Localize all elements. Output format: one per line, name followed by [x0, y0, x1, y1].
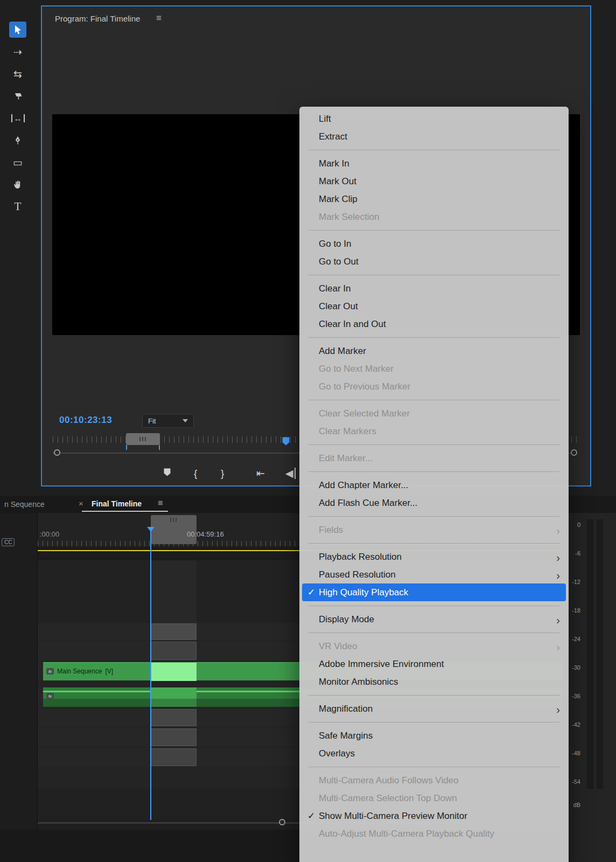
- clip-a2[interactable]: [151, 709, 197, 726]
- go-to-in-button[interactable]: ⇤: [256, 467, 265, 481]
- menu-item-lift[interactable]: Lift: [299, 110, 569, 128]
- hand-tool[interactable]: [9, 176, 26, 192]
- timeline-panel-menu-icon[interactable]: ≡: [158, 498, 163, 508]
- menu-item-label: High Quality Playback: [319, 587, 408, 597]
- slip-tool[interactable]: ↔: [9, 110, 26, 126]
- step-back-button[interactable]: ◀: [285, 467, 296, 481]
- chevron-down-icon: [183, 419, 188, 422]
- menu-item-show-multi-camera-preview-monitor[interactable]: ✓Show Multi-Camera Preview Monitor: [299, 807, 569, 825]
- menu-item-go-to-in[interactable]: Go to In: [299, 235, 569, 253]
- menu-item-overlays[interactable]: Overlays: [299, 745, 569, 762]
- menu-item-safe-margins[interactable]: Safe Margins: [299, 727, 569, 745]
- menu-separator: [309, 337, 559, 338]
- timeline-scroll-handle[interactable]: [279, 819, 285, 825]
- mark-out-button[interactable]: }: [221, 467, 224, 481]
- menu-item-mark-out[interactable]: Mark Out: [299, 172, 569, 190]
- razor-tool[interactable]: [9, 88, 26, 104]
- panel-menu-icon[interactable]: ≡: [156, 13, 162, 24]
- rectangle-tool[interactable]: ▭: [9, 154, 26, 170]
- menu-item-label: Multi-Camera Audio Follows Video: [319, 775, 459, 785]
- mark-in-icon: {: [194, 468, 197, 479]
- clip-v2[interactable]: [151, 642, 197, 660]
- menu-item-clear-out[interactable]: Clear Out: [299, 297, 569, 315]
- menu-item-fields: Fields›: [299, 521, 569, 539]
- menu-item-high-quality-playback[interactable]: ✓High Quality Playback: [302, 583, 566, 601]
- clip-v3[interactable]: [151, 623, 197, 640]
- timeline-scroll-thumb[interactable]: [151, 515, 197, 544]
- menu-separator: [309, 400, 559, 400]
- close-tab-icon[interactable]: ×: [79, 499, 83, 508]
- mark-in-button[interactable]: {: [194, 467, 197, 481]
- menu-item-add-chapter-marker[interactable]: Add Chapter Marker...: [299, 476, 569, 494]
- submenu-arrow-icon: ›: [556, 548, 560, 566]
- audio-meter-panel: 0-6-12-18-24-30-36-42-48-54dB: [562, 513, 616, 862]
- menu-item-label: Playback Resolution: [319, 552, 402, 562]
- fx-badge[interactable]: fx: [46, 668, 54, 675]
- playhead-position-label: 00:04:59:16: [187, 530, 224, 538]
- clip-a4[interactable]: [151, 748, 197, 766]
- menu-item-magnification[interactable]: Magnification›: [299, 700, 569, 718]
- track-select-forward-tool[interactable]: ⇢: [9, 44, 26, 60]
- menu-item-label: Go to In: [319, 239, 351, 249]
- razor-icon: [13, 92, 23, 100]
- fx-badge[interactable]: fx: [46, 693, 54, 699]
- checkmark-icon: ✓: [305, 583, 317, 601]
- menu-separator: [309, 444, 559, 445]
- zoom-level-select[interactable]: Fit: [142, 414, 194, 428]
- tools-panel: ⇢ ⇆ ↔ ▭ T: [6, 22, 29, 214]
- menu-item-mark-clip[interactable]: Mark Clip: [299, 190, 569, 208]
- menu-item-label: Clear In and Out: [319, 319, 386, 329]
- clip-a3[interactable]: [151, 728, 197, 746]
- menu-item-label: Extract: [319, 131, 347, 142]
- mark-out-icon: }: [221, 468, 224, 479]
- tab-main-sequence[interactable]: n Sequence: [4, 500, 45, 509]
- menu-item-extract[interactable]: Extract: [299, 128, 569, 145]
- checkmark-icon: ✓: [305, 807, 317, 825]
- go-to-in-icon: ⇤: [256, 468, 265, 479]
- menu-item-adobe-immersive-environment[interactable]: Adobe Immersive Environment: [299, 655, 569, 673]
- slip-icon: ↔: [11, 114, 25, 122]
- menu-item-label: Clear Selected Marker: [319, 408, 410, 419]
- add-marker-button[interactable]: [163, 467, 171, 481]
- menu-item-clear-markers: Clear Markers: [299, 422, 569, 440]
- menu-item-label: Clear Out: [319, 301, 358, 311]
- menu-item-monitor-ambisonics[interactable]: Monitor Ambisonics: [299, 673, 569, 691]
- menu-item-label: Overlays: [319, 748, 355, 759]
- type-tool[interactable]: T: [9, 198, 26, 214]
- menu-item-mark-in[interactable]: Mark In: [299, 155, 569, 172]
- menu-item-add-marker[interactable]: Add Marker: [299, 342, 569, 360]
- menu-item-edit-marker: Edit Marker...: [299, 449, 569, 467]
- menu-item-clear-in[interactable]: Clear In: [299, 280, 569, 297]
- caption-track-badge[interactable]: CC: [2, 538, 15, 546]
- scrubber-thumb[interactable]: [126, 433, 160, 445]
- menu-separator: [309, 543, 559, 544]
- rectangle-icon: ▭: [13, 156, 23, 169]
- ripple-edit-tool[interactable]: ⇆: [9, 66, 26, 82]
- menu-item-paused-resolution[interactable]: Paused Resolution›: [299, 566, 569, 583]
- menu-item-vr-video: VR Video›: [299, 637, 569, 655]
- menu-item-go-to-out[interactable]: Go to Out: [299, 253, 569, 270]
- in-point-marker[interactable]: [126, 445, 127, 450]
- scroll-handle-left[interactable]: [54, 449, 60, 456]
- scroll-handle-right[interactable]: [571, 449, 577, 456]
- playhead-timecode[interactable]: 00:10:23:13: [59, 415, 112, 426]
- menu-item-label: Lift: [319, 114, 331, 124]
- meter-bar-left: [587, 519, 593, 789]
- pen-tool[interactable]: [9, 132, 26, 148]
- menu-item-add-flash-cue-marker[interactable]: Add Flash Cue Marker...: [299, 494, 569, 512]
- tab-final-timeline[interactable]: Final Timeline: [92, 499, 142, 508]
- menu-item-go-to-next-marker: Go to Next Marker: [299, 360, 569, 378]
- menu-separator: [309, 695, 559, 696]
- menu-item-label: Clear Markers: [319, 426, 376, 436]
- menu-item-clear-in-and-out[interactable]: Clear In and Out: [299, 315, 569, 333]
- out-point-marker[interactable]: [159, 445, 160, 450]
- submenu-arrow-icon: ›: [556, 522, 560, 539]
- thumb-grip-icon: [139, 437, 147, 441]
- menu-item-label: Add Marker: [319, 346, 366, 356]
- sequence-marker-icon[interactable]: [282, 436, 290, 448]
- menu-item-label: Magnification: [319, 704, 373, 714]
- selection-tool[interactable]: [9, 22, 26, 38]
- timeline-playhead-line[interactable]: [150, 529, 151, 820]
- menu-item-display-mode[interactable]: Display Mode›: [299, 610, 569, 628]
- menu-item-playback-resolution[interactable]: Playback Resolution›: [299, 548, 569, 566]
